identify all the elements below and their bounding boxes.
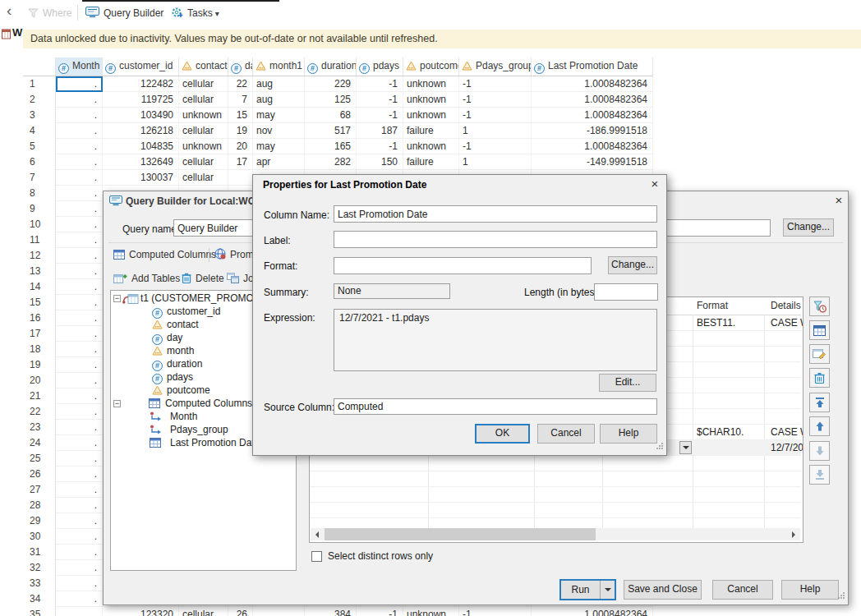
- row-number[interactable]: 4: [23, 123, 56, 139]
- grid-cell-format[interactable]: BEST11.: [697, 317, 735, 329]
- cell[interactable]: failure: [403, 154, 459, 170]
- column-header-contact[interactable]: contact: [179, 57, 228, 76]
- cell[interactable]: aug: [253, 76, 305, 92]
- row-number[interactable]: 8: [23, 186, 56, 201]
- cell[interactable]: .: [56, 154, 103, 170]
- change-output-button[interactable]: Change...: [783, 218, 834, 237]
- row-number[interactable]: 19: [23, 357, 56, 373]
- row-number[interactable]: 10: [23, 217, 56, 232]
- cell[interactable]: cellular: [179, 76, 228, 92]
- row-number[interactable]: 6: [23, 154, 56, 170]
- cell[interactable]: 17: [228, 154, 253, 170]
- cell[interactable]: -1: [357, 607, 403, 616]
- cell[interactable]: 7: [228, 92, 253, 108]
- expression-box[interactable]: 12/7/2021 - t1.pdays: [334, 309, 657, 371]
- column-header-pdays_group[interactable]: Pdays_group: [459, 57, 532, 76]
- run-dropdown-arrow[interactable]: [600, 581, 615, 599]
- cell[interactable]: .: [56, 264, 103, 279]
- cell[interactable]: cellular: [179, 92, 228, 108]
- cell[interactable]: .: [56, 467, 103, 482]
- run-button[interactable]: Run: [561, 581, 600, 599]
- cell[interactable]: 229: [305, 76, 357, 92]
- row-number[interactable]: 35: [23, 607, 56, 616]
- cell[interactable]: 103490: [103, 108, 179, 123]
- cell[interactable]: -1: [459, 92, 532, 108]
- delete-button[interactable]: Delete: [182, 271, 224, 287]
- cell[interactable]: .: [56, 310, 103, 326]
- cell[interactable]: .: [56, 108, 103, 123]
- cell[interactable]: -1: [357, 108, 403, 123]
- row-number[interactable]: 11: [23, 232, 56, 248]
- length-input[interactable]: [594, 283, 658, 301]
- cell[interactable]: 165: [305, 139, 357, 154]
- row-number[interactable]: 15: [23, 295, 56, 310]
- edit-column-button[interactable]: [809, 344, 830, 364]
- scroll-left-arrow[interactable]: [311, 528, 324, 540]
- cell[interactable]: -186.9991518: [532, 123, 653, 139]
- cell[interactable]: .: [56, 498, 103, 513]
- cell[interactable]: unknown: [179, 139, 228, 154]
- row-number[interactable]: 29: [23, 513, 56, 529]
- cell[interactable]: unknown: [403, 139, 459, 154]
- cell[interactable]: .: [56, 139, 103, 154]
- cell[interactable]: unknown: [403, 108, 459, 123]
- cell[interactable]: .: [56, 232, 103, 248]
- close-icon[interactable]: ×: [830, 193, 848, 208]
- cell[interactable]: -149.9991518: [532, 154, 653, 170]
- close-icon[interactable]: ×: [646, 177, 664, 191]
- cell[interactable]: aug: [253, 92, 305, 108]
- cell[interactable]: .: [56, 342, 103, 357]
- row-number[interactable]: 27: [23, 482, 56, 498]
- column-header-last-promotion-date[interactable]: #Last Promotion Date: [532, 57, 653, 76]
- cell[interactable]: .: [56, 513, 103, 529]
- cell[interactable]: .: [56, 388, 103, 404]
- query-builder-button[interactable]: Query Builder: [85, 7, 163, 21]
- cell[interactable]: 15: [228, 108, 253, 123]
- column-header-month[interactable]: #Month: [56, 57, 103, 76]
- cell[interactable]: .: [56, 576, 103, 591]
- funnel-clock-button[interactable]: [809, 297, 830, 316]
- grid-cell-details[interactable]: CASE W: [771, 426, 803, 438]
- cell[interactable]: 150: [357, 154, 403, 170]
- row-number[interactable]: 18: [23, 342, 56, 357]
- cell[interactable]: cellular: [179, 170, 228, 186]
- cell[interactable]: -1: [357, 76, 403, 92]
- cell[interactable]: 132649: [103, 154, 179, 170]
- cell[interactable]: .: [56, 217, 103, 232]
- column-header-duration[interactable]: #duration: [305, 57, 357, 76]
- source-column-input[interactable]: [334, 398, 657, 415]
- cell[interactable]: -1: [357, 139, 403, 154]
- cell[interactable]: nov: [253, 123, 305, 139]
- cell[interactable]: cellular: [179, 607, 228, 616]
- row-number[interactable]: 26: [23, 467, 56, 482]
- row-number[interactable]: 14: [23, 279, 56, 295]
- row-number[interactable]: 17: [23, 326, 56, 342]
- column-header-poutcome[interactable]: poutcome: [403, 57, 459, 76]
- row-number[interactable]: 31: [23, 545, 56, 560]
- scrollbar-thumb[interactable]: [325, 528, 596, 540]
- cell[interactable]: unknown: [403, 607, 459, 616]
- change-format-button[interactable]: Change...: [608, 256, 657, 274]
- row-number[interactable]: 25: [23, 451, 56, 467]
- cell[interactable]: .: [56, 123, 103, 139]
- cell[interactable]: -1: [459, 607, 532, 616]
- cell[interactable]: -1: [459, 139, 532, 154]
- cell[interactable]: .: [56, 170, 103, 186]
- row-number[interactable]: 7: [23, 170, 56, 186]
- resize-grip[interactable]: [656, 441, 664, 453]
- cell[interactable]: -1: [459, 76, 532, 92]
- cell[interactable]: .: [56, 482, 103, 498]
- row-number[interactable]: 22: [23, 404, 56, 420]
- cell[interactable]: .: [56, 420, 103, 435]
- row-number[interactable]: 23: [23, 420, 56, 435]
- cell[interactable]: unknown: [179, 108, 228, 123]
- cell[interactable]: 68: [305, 108, 357, 123]
- help-button[interactable]: Help: [781, 580, 839, 600]
- row-number[interactable]: 2: [23, 92, 56, 108]
- row-number[interactable]: 28: [23, 498, 56, 513]
- cell[interactable]: 1.0008482364: [532, 139, 653, 154]
- cell[interactable]: .: [56, 357, 103, 373]
- resize-grip[interactable]: [837, 591, 845, 602]
- row-number[interactable]: 24: [23, 435, 56, 451]
- row-number[interactable]: 12: [23, 248, 56, 264]
